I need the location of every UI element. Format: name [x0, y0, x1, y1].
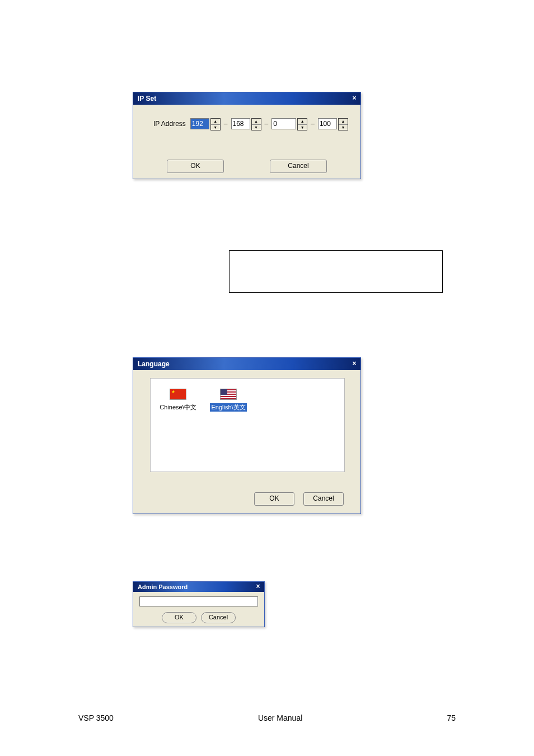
- close-icon[interactable]: ×: [254, 583, 262, 591]
- document-page: IP Set × IP Address 192 ▲ ▼ – 168 ▲: [0, 0, 534, 756]
- arrow-up-icon[interactable]: ▲: [211, 119, 220, 125]
- arrow-up-icon[interactable]: ▲: [252, 119, 261, 125]
- language-label-english: English\英文: [210, 403, 246, 412]
- ip-octet-1-spinner[interactable]: ▲ ▼: [210, 118, 221, 130]
- ok-button[interactable]: OK: [167, 160, 224, 173]
- language-body: Chinese\中文 English\英文 OK Cancel: [133, 370, 360, 514]
- language-dialog: Language × Chinese\中文 English\英文 OK: [133, 357, 361, 514]
- placeholder-box: [229, 250, 443, 293]
- ip-octet-2-group: 168 ▲ ▼: [231, 118, 261, 129]
- ok-button[interactable]: OK: [254, 492, 294, 506]
- admin-password-body: OK Cancel: [133, 592, 264, 627]
- ip-octet-1-group: 192 ▲ ▼: [190, 118, 221, 129]
- close-icon[interactable]: ×: [350, 360, 358, 368]
- ok-button[interactable]: OK: [162, 612, 196, 623]
- page-footer: VSP 3500 User Manual 75: [0, 713, 534, 722]
- admin-button-row: OK Cancel: [138, 612, 260, 623]
- admin-password-dialog: Admin Password × OK Cancel: [133, 581, 265, 627]
- arrow-up-icon[interactable]: ▲: [298, 119, 307, 125]
- password-input[interactable]: [139, 596, 258, 606]
- ip-set-dialog: IP Set × IP Address 192 ▲ ▼ – 168 ▲: [133, 92, 361, 179]
- ip-set-button-row: OK Cancel: [133, 160, 360, 173]
- language-item-english[interactable]: English\英文: [209, 389, 248, 412]
- cancel-button[interactable]: Cancel: [303, 492, 344, 506]
- ip-address-row: IP Address 192 ▲ ▼ – 168 ▲ ▼ –: [153, 118, 348, 129]
- ip-set-body: IP Address 192 ▲ ▼ – 168 ▲ ▼ –: [133, 105, 360, 179]
- flag-usa-icon: [220, 389, 237, 400]
- ip-octet-4-input[interactable]: 100: [318, 118, 337, 129]
- arrow-down-icon[interactable]: ▼: [298, 125, 307, 130]
- cancel-button[interactable]: Cancel: [201, 612, 236, 623]
- ip-octet-3-spinner[interactable]: ▲ ▼: [297, 118, 307, 130]
- cancel-button[interactable]: Cancel: [270, 160, 327, 173]
- ip-octet-4-spinner[interactable]: ▲ ▼: [338, 118, 348, 130]
- ip-octet-4-group: 100 ▲ ▼: [318, 118, 348, 129]
- ip-set-titlebar: IP Set ×: [133, 92, 360, 105]
- footer-page-number: 75: [447, 713, 456, 722]
- language-list-panel: Chinese\中文 English\英文: [150, 378, 345, 472]
- language-titlebar: Language ×: [133, 358, 360, 370]
- language-button-row: OK Cancel: [254, 492, 344, 506]
- close-icon[interactable]: ×: [350, 95, 358, 102]
- flag-china-icon: [170, 389, 186, 400]
- footer-doc-title: User Manual: [258, 713, 302, 722]
- admin-password-title: Admin Password: [138, 584, 188, 590]
- ip-octet-2-spinner[interactable]: ▲ ▼: [251, 118, 261, 130]
- admin-password-titlebar: Admin Password ×: [133, 582, 264, 592]
- footer-product: VSP 3500: [78, 713, 114, 722]
- language-item-chinese[interactable]: Chinese\中文: [158, 389, 198, 412]
- language-label-chinese: Chinese\中文: [160, 403, 196, 412]
- language-items: Chinese\中文 English\英文: [151, 379, 344, 422]
- ip-set-title: IP Set: [138, 95, 156, 102]
- separator: –: [265, 120, 269, 128]
- arrow-down-icon[interactable]: ▼: [211, 125, 220, 130]
- separator: –: [224, 120, 228, 128]
- ip-address-label: IP Address: [153, 120, 186, 128]
- arrow-down-icon[interactable]: ▼: [252, 125, 261, 130]
- ip-octet-2-input[interactable]: 168: [231, 118, 250, 129]
- ip-octet-3-group: 0 ▲ ▼: [271, 118, 307, 129]
- separator: –: [311, 120, 315, 128]
- ip-octet-1-input[interactable]: 192: [190, 118, 209, 129]
- ip-octet-3-input[interactable]: 0: [271, 118, 296, 129]
- arrow-up-icon[interactable]: ▲: [339, 119, 348, 125]
- language-title: Language: [138, 360, 170, 368]
- arrow-down-icon[interactable]: ▼: [339, 125, 348, 130]
